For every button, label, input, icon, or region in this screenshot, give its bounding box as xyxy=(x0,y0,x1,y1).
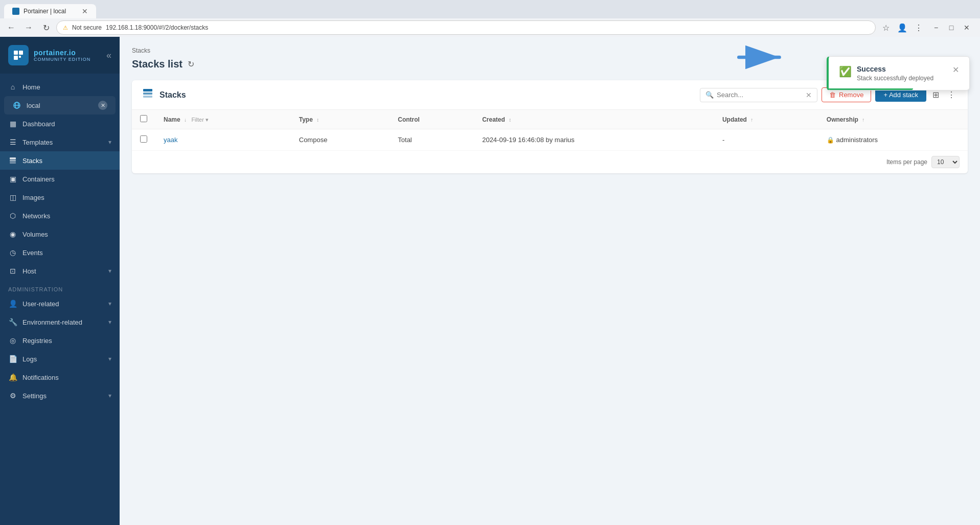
local-env-close-btn[interactable]: ✕ xyxy=(98,101,107,110)
search-input[interactable] xyxy=(717,91,803,99)
svg-rect-10 xyxy=(143,89,152,92)
sidebar-item-label-networks: Networks xyxy=(22,212,111,220)
svg-rect-12 xyxy=(143,96,152,98)
sidebar-item-logs[interactable]: 📄 Logs ▾ xyxy=(0,350,120,368)
sidebar-item-label-settings: Settings xyxy=(22,392,103,400)
col-updated[interactable]: Updated ↑ xyxy=(714,110,818,129)
bookmark-btn[interactable]: ☆ xyxy=(879,20,893,35)
success-toast: ✅ Success Stack successfully deployed ✕ xyxy=(827,56,970,90)
svg-rect-9 xyxy=(10,162,16,164)
registries-icon: ◎ xyxy=(8,336,17,345)
sidebar-item-notifications[interactable]: 🔔 Notifications xyxy=(0,368,120,386)
sidebar-item-images[interactable]: ◫ Images xyxy=(0,188,120,207)
toast-progress-bar xyxy=(829,88,913,90)
sidebar-item-host[interactable]: ⊡ Host ▾ xyxy=(0,262,120,280)
main-content: Stacks Stacks list ↻ Stacks 🔍 xyxy=(120,37,980,525)
col-created[interactable]: Created ↕ xyxy=(474,110,714,129)
brand-name: portainer.io xyxy=(34,49,90,57)
table-footer: Items per page 10 25 50 100 xyxy=(132,151,968,173)
svg-rect-0 xyxy=(14,51,18,55)
sidebar-header: portainer.io Community Edition « xyxy=(0,37,120,74)
breadcrumb: Stacks xyxy=(132,47,968,54)
sidebar-item-label-templates: Templates xyxy=(22,139,103,146)
sidebar-item-events[interactable]: ◷ Events xyxy=(0,243,120,262)
profile-btn[interactable]: 👤 xyxy=(895,20,909,35)
settings-icon: ⚙ xyxy=(8,391,17,400)
security-icon: ⚠ xyxy=(63,25,68,31)
sidebar-item-dashboard[interactable]: ▦ Dashboard xyxy=(0,115,120,133)
ownership-icon: 🔒 xyxy=(827,136,834,144)
more-btn[interactable]: ⋮ xyxy=(911,20,926,35)
sidebar-item-templates[interactable]: ☰ Templates ▾ xyxy=(0,133,120,151)
sidebar-item-label-host: Host xyxy=(22,267,103,275)
stack-created: 2024-09-19 16:46:08 by marius xyxy=(474,129,714,151)
col-type[interactable]: Type ↕ xyxy=(291,110,390,129)
home-icon: ⌂ xyxy=(8,82,17,92)
sidebar-item-user-related[interactable]: 👤 User-related ▾ xyxy=(0,294,120,313)
user-related-icon: 👤 xyxy=(8,299,17,308)
remove-icon: 🗑 xyxy=(829,91,836,99)
sidebar-item-settings[interactable]: ⚙ Settings ▾ xyxy=(0,386,120,405)
table-header: Name ↓ Filter ▾ Type ↕ Control Created xyxy=(132,110,968,129)
forward-btn[interactable]: → xyxy=(21,20,36,35)
sidebar-item-home[interactable]: ⌂ Home xyxy=(0,78,120,96)
sidebar-item-registries[interactable]: ◎ Registries xyxy=(0,331,120,350)
portainer-logo-icon xyxy=(8,45,29,65)
search-box[interactable]: 🔍 ✕ xyxy=(700,88,817,102)
browser-chrome: Portainer | local ✕ ← → ↻ ⚠ Not secure 1… xyxy=(0,0,980,37)
tab-close-btn[interactable]: ✕ xyxy=(82,7,88,15)
logo-text: portainer.io Community Edition xyxy=(34,49,90,62)
col-control: Control xyxy=(390,110,474,129)
environment-related-icon: 🔧 xyxy=(8,317,17,327)
sidebar-collapse-btn[interactable]: « xyxy=(106,50,111,61)
type-sort-icon: ↕ xyxy=(316,117,319,123)
sidebar-item-networks[interactable]: ⬡ Networks xyxy=(0,207,120,225)
back-btn[interactable]: ← xyxy=(4,20,18,35)
sidebar-item-stacks[interactable]: Stacks xyxy=(0,151,120,170)
events-icon: ◷ xyxy=(8,248,17,257)
col-name[interactable]: Name ↓ Filter ▾ xyxy=(155,110,291,129)
stacks-panel-icon xyxy=(142,88,153,102)
select-all-checkbox[interactable] xyxy=(140,115,147,122)
toast-close-btn[interactable]: ✕ xyxy=(952,65,959,75)
row-checkbox[interactable] xyxy=(140,135,147,143)
search-clear-btn[interactable]: ✕ xyxy=(806,91,812,99)
items-per-page-select[interactable]: 10 25 50 100 xyxy=(931,156,960,168)
sidebar-item-containers[interactable]: ▣ Containers xyxy=(0,170,120,188)
logs-arrow-icon: ▾ xyxy=(108,355,111,362)
volumes-icon: ◉ xyxy=(8,230,17,239)
environment-related-arrow-icon: ▾ xyxy=(108,318,111,326)
sidebar-item-label-events: Events xyxy=(22,249,111,257)
svg-rect-7 xyxy=(10,157,16,159)
maximize-btn[interactable]: □ xyxy=(944,20,959,35)
refresh-btn[interactable]: ↻ xyxy=(188,59,194,69)
svg-rect-1 xyxy=(19,51,23,55)
not-secure-label: Not secure xyxy=(72,24,102,31)
remove-label: Remove xyxy=(839,91,863,99)
col-ownership[interactable]: Ownership ↑ xyxy=(818,110,968,129)
user-related-arrow-icon: ▾ xyxy=(108,300,111,307)
svg-rect-3 xyxy=(19,56,21,58)
sidebar-item-environment-related[interactable]: 🔧 Environment-related ▾ xyxy=(0,313,120,331)
browser-tab[interactable]: Portainer | local ✕ xyxy=(4,4,96,18)
sidebar-item-local[interactable]: local ✕ xyxy=(4,96,116,115)
add-stack-label: + Add stack xyxy=(883,91,918,99)
table-body: yaak Compose Total 2024-09-19 16:46:08 b… xyxy=(132,129,968,151)
sidebar-item-label-user-related: User-related xyxy=(22,300,103,308)
reload-btn[interactable]: ↻ xyxy=(39,20,53,35)
images-icon: ◫ xyxy=(8,193,17,202)
toast-success-icon: ✅ xyxy=(839,65,852,78)
close-btn[interactable]: ✕ xyxy=(960,20,974,35)
sidebar-item-label-images: Images xyxy=(22,194,111,201)
stacks-panel: Stacks 🔍 ✕ 🗑 Remove + Add stack ⊞ xyxy=(132,80,968,173)
address-bar[interactable]: ⚠ Not secure 192.168.1.18:9000/#!/2/dock… xyxy=(56,20,876,35)
sidebar-item-volumes[interactable]: ◉ Volumes xyxy=(0,225,120,243)
stack-name-link[interactable]: yaak xyxy=(164,136,177,144)
host-icon: ⊡ xyxy=(8,266,17,276)
filter-label[interactable]: Filter ▾ xyxy=(191,117,209,123)
logs-icon: 📄 xyxy=(8,354,17,363)
minimize-btn[interactable]: − xyxy=(929,20,943,35)
notifications-icon: 🔔 xyxy=(8,373,17,382)
sidebar-nav: ⌂ Home local ✕ ▦ Dashboard xyxy=(0,74,120,525)
browser-toolbar: ← → ↻ ⚠ Not secure 192.168.1.18:9000/#!/… xyxy=(0,18,980,37)
